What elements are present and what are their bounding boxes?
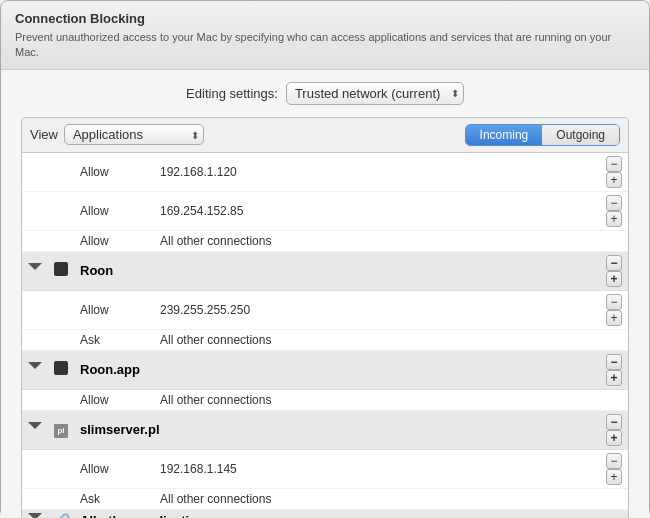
outgoing-button[interactable]: Outgoing — [542, 125, 619, 145]
remove-row-button[interactable]: − — [606, 156, 622, 172]
remove-group-button[interactable]: − — [606, 354, 622, 370]
group-header-roon-app[interactable]: Roon.app − + — [22, 350, 628, 389]
toggle-cell — [22, 153, 48, 192]
expand-icon[interactable] — [28, 362, 42, 374]
table-row[interactable]: Ask All other connections — [22, 329, 628, 350]
view-row: View Applications Incoming Outgoing — [22, 118, 628, 153]
group-header-all-other[interactable]: 🔗 All other applications — [22, 509, 628, 518]
value-cell: 192.168.1.120 — [154, 153, 578, 192]
table-scroll[interactable]: Allow 192.168.1.120 − + Allow 169.254.15 — [22, 153, 628, 518]
editing-settings-select-wrapper: Trusted network (current) — [286, 82, 464, 105]
group-header-slimserver[interactable]: pl slimserver.pl − + — [22, 410, 628, 449]
add-group-button[interactable]: + — [606, 370, 622, 386]
rules-table: Allow 192.168.1.120 − + Allow 169.254.15 — [22, 153, 628, 518]
title-bar: Connection Blocking Prevent unauthorized… — [1, 1, 649, 70]
add-row-button[interactable]: + — [606, 211, 622, 227]
table-row[interactable]: Allow All other connections — [22, 230, 628, 251]
add-row-button[interactable]: + — [606, 469, 622, 485]
editing-settings-row: Editing settings: Trusted network (curre… — [21, 82, 629, 105]
table-row[interactable]: Ask All other connections — [22, 488, 628, 509]
remove-row-button[interactable]: − — [606, 195, 622, 211]
table-row[interactable]: Allow 192.168.1.120 − + — [22, 153, 628, 192]
add-group-button[interactable]: + — [606, 271, 622, 287]
group-header-roon[interactable]: Roon − + — [22, 251, 628, 290]
table-area: View Applications Incoming Outgoing — [21, 117, 629, 518]
window-description: Prevent unauthorized access to your Mac … — [15, 30, 635, 61]
editing-settings-select[interactable]: Trusted network (current) — [286, 82, 464, 105]
table-row[interactable]: Allow 192.168.1.145 − + — [22, 449, 628, 488]
table-row[interactable]: Allow 169.254.152.85 − + — [22, 191, 628, 230]
add-row-button[interactable]: + — [606, 310, 622, 326]
remove-group-button[interactable]: − — [606, 414, 622, 430]
connection-blocking-window: Connection Blocking Prevent unauthorized… — [0, 0, 650, 518]
editing-settings-label: Editing settings: — [186, 86, 278, 101]
table-row[interactable]: Allow All other connections — [22, 389, 628, 410]
add-group-button[interactable]: + — [606, 430, 622, 446]
remove-row-button[interactable]: − — [606, 294, 622, 310]
group-name: Roon — [80, 263, 572, 278]
controls-cell: − + — [578, 153, 628, 192]
window-title: Connection Blocking — [15, 11, 635, 26]
all-apps-icon: 🔗 — [54, 513, 68, 518]
expand-icon[interactable] — [28, 263, 42, 275]
content-area: Editing settings: Trusted network (curre… — [1, 70, 649, 518]
view-label: View — [30, 127, 58, 142]
app-icon — [54, 361, 68, 375]
expand-icon[interactable] — [28, 513, 42, 518]
remove-row-button[interactable]: − — [606, 453, 622, 469]
group-name: Roon.app — [80, 362, 572, 377]
group-name: All other applications — [80, 513, 572, 518]
incoming-button[interactable]: Incoming — [466, 125, 543, 145]
table-row[interactable]: Allow 239.255.255.250 − + — [22, 290, 628, 329]
view-select-wrapper: Applications — [64, 124, 204, 145]
action-cell: Allow — [74, 153, 154, 192]
icon-cell — [48, 153, 74, 192]
view-select[interactable]: Applications — [64, 124, 204, 145]
segment-control: Incoming Outgoing — [465, 124, 620, 146]
expand-icon[interactable] — [28, 422, 42, 434]
app-icon — [54, 262, 68, 276]
view-left: View Applications — [30, 124, 204, 145]
remove-group-button[interactable]: − — [606, 255, 622, 271]
group-name: slimserver.pl — [80, 422, 572, 437]
add-row-button[interactable]: + — [606, 172, 622, 188]
file-icon: pl — [54, 424, 68, 438]
